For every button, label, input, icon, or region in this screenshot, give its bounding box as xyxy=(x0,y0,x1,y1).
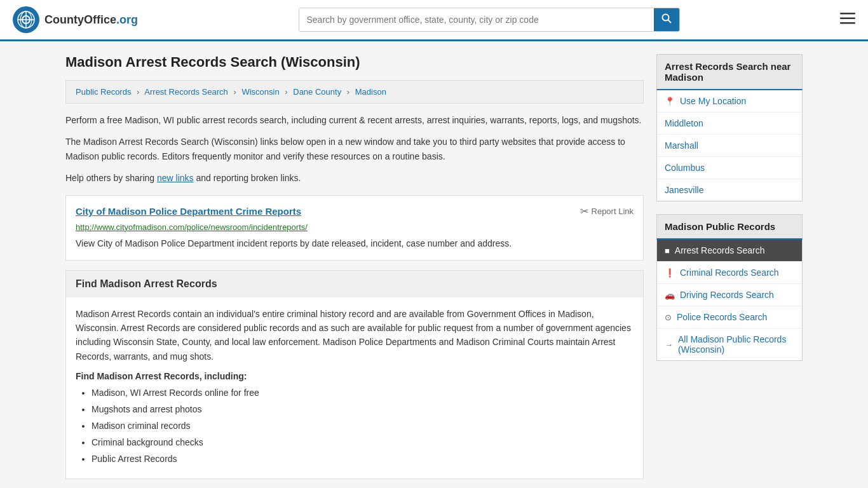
driving-records-link[interactable]: Driving Records Search xyxy=(680,290,774,300)
breadcrumb-sep3: › xyxy=(285,87,287,97)
arrest-records-link[interactable]: Arrest Records Search xyxy=(675,245,765,255)
breadcrumb-sep4: › xyxy=(347,87,349,97)
menu-button[interactable] xyxy=(840,11,855,28)
new-links-link[interactable]: new links xyxy=(157,173,194,183)
sidebar-public-records-links: ■ Arrest Records Search ❗ Criminal Recor… xyxy=(656,240,803,361)
intro-paragraph-3: Help others by sharing new links and rep… xyxy=(65,171,644,185)
marshall-link[interactable]: Marshall xyxy=(665,140,698,151)
sidebar-all-records[interactable]: → All Madison Public Records (Wisconsin) xyxy=(657,329,802,360)
intro3-suffix: and reporting broken links. xyxy=(194,173,301,183)
sidebar-driving-records[interactable]: 🚗 Driving Records Search xyxy=(657,284,802,306)
content-area: Madison Arrest Records Search (Wisconsin… xyxy=(65,54,644,479)
search-button[interactable] xyxy=(654,8,679,31)
record-link-title[interactable]: City of Madison Police Department Crime … xyxy=(76,206,301,217)
arrest-icon: ■ xyxy=(665,246,670,255)
scissors-icon: ✂ xyxy=(580,205,588,217)
find-section-text: Madison Arrest Records contain an indivi… xyxy=(76,307,634,364)
search-input[interactable] xyxy=(299,8,654,31)
find-section-body: Madison Arrest Records contain an indivi… xyxy=(65,297,644,480)
logo-text: CountyOffice.org xyxy=(44,13,138,27)
sidebar-criminal-records[interactable]: ❗ Criminal Records Search xyxy=(657,262,802,284)
sidebar-use-my-location[interactable]: 📍 Use My Location xyxy=(657,90,802,112)
police-icon: ⊙ xyxy=(665,313,672,322)
breadcrumb-dane-county[interactable]: Dane County xyxy=(293,87,341,97)
breadcrumb-sep1: › xyxy=(137,87,139,97)
svg-rect-9 xyxy=(840,22,855,24)
record-description: View City of Madison Police Department i… xyxy=(76,237,634,250)
breadcrumb-public-records[interactable]: Public Records xyxy=(76,87,131,97)
sidebar-police-records[interactable]: ⊙ Police Records Search xyxy=(657,306,802,329)
svg-rect-8 xyxy=(840,18,855,20)
car-icon: 🚗 xyxy=(665,290,675,300)
breadcrumb-wisconsin[interactable]: Wisconsin xyxy=(241,87,279,97)
search-input-wrap xyxy=(299,8,680,32)
janesville-link[interactable]: Janesville xyxy=(665,185,703,195)
intro3-prefix: Help others by sharing xyxy=(65,173,157,183)
sidebar-nearby-janesville[interactable]: Janesville xyxy=(657,179,802,201)
sidebar-public-records-section: Madison Public Records ■ Arrest Records … xyxy=(656,214,803,361)
page-title: Madison Arrest Records Search (Wisconsin… xyxy=(65,54,644,71)
search-area xyxy=(299,8,680,32)
list-item: Mugshots and arrest photos xyxy=(92,403,634,416)
record-url[interactable]: http://www.cityofmadison.com/police/news… xyxy=(76,222,634,232)
find-section-list: Madison, WI Arrest Records online for fr… xyxy=(92,386,634,466)
sidebar-nearby-links: 📍 Use My Location Middleton Marshall Col… xyxy=(656,90,803,201)
sidebar-nearby-columbus[interactable]: Columbus xyxy=(657,157,802,179)
intro-paragraph-2: The Madison Arrest Records Search (Wisco… xyxy=(65,135,644,163)
report-link-label: Report Link xyxy=(592,207,634,216)
use-my-location-link[interactable]: Use My Location xyxy=(680,96,746,106)
columbus-link[interactable]: Columbus xyxy=(665,163,705,173)
record-link-box: City of Madison Police Department Crime … xyxy=(65,195,644,261)
criminal-icon: ❗ xyxy=(665,268,675,278)
list-item: Madison, WI Arrest Records online for fr… xyxy=(92,386,634,400)
breadcrumb: Public Records › Arrest Records Search ›… xyxy=(65,80,644,104)
sidebar-public-records-title: Madison Public Records xyxy=(656,214,803,240)
svg-line-6 xyxy=(668,20,671,24)
list-item: Criminal background checks xyxy=(92,436,634,449)
logo-icon xyxy=(13,6,39,33)
middleton-link[interactable]: Middleton xyxy=(665,118,703,128)
svg-rect-7 xyxy=(840,13,855,15)
sidebar-nearby-section: Arrest Records Search near Madison 📍 Use… xyxy=(656,54,803,201)
sidebar: Arrest Records Search near Madison 📍 Use… xyxy=(656,54,803,479)
logo-area: CountyOffice.org xyxy=(13,6,138,33)
breadcrumb-arrest-records[interactable]: Arrest Records Search xyxy=(144,87,228,97)
find-section-header: Find Madison Arrest Records xyxy=(65,270,644,297)
arrow-icon: → xyxy=(665,340,673,349)
intro-paragraph-1: Perform a free Madison, WI public arrest… xyxy=(65,113,644,127)
location-icon: 📍 xyxy=(665,97,675,106)
report-link-button[interactable]: ✂ Report Link xyxy=(580,205,634,217)
sidebar-nearby-marshall[interactable]: Marshall xyxy=(657,135,802,157)
criminal-records-link[interactable]: Criminal Records Search xyxy=(680,268,779,278)
svg-point-5 xyxy=(662,15,668,21)
sidebar-nearby-title: Arrest Records Search near Madison xyxy=(656,54,803,90)
breadcrumb-sep2: › xyxy=(233,87,236,97)
sidebar-arrest-records[interactable]: ■ Arrest Records Search xyxy=(657,240,802,262)
sidebar-nearby-middleton[interactable]: Middleton xyxy=(657,112,802,135)
list-item: Madison criminal records xyxy=(92,419,634,433)
all-records-link[interactable]: All Madison Public Records (Wisconsin) xyxy=(678,334,794,355)
find-section-list-header: Find Madison Arrest Records, including: xyxy=(76,371,634,381)
list-item: Public Arrest Records xyxy=(92,452,634,466)
breadcrumb-madison[interactable]: Madison xyxy=(355,87,386,97)
police-records-link[interactable]: Police Records Search xyxy=(677,312,767,322)
record-link-header: City of Madison Police Department Crime … xyxy=(76,205,634,217)
site-header: CountyOffice.org xyxy=(0,0,868,41)
main-container: Madison Arrest Records Search (Wisconsin… xyxy=(53,54,815,479)
find-section: Find Madison Arrest Records Madison Arre… xyxy=(65,270,644,480)
